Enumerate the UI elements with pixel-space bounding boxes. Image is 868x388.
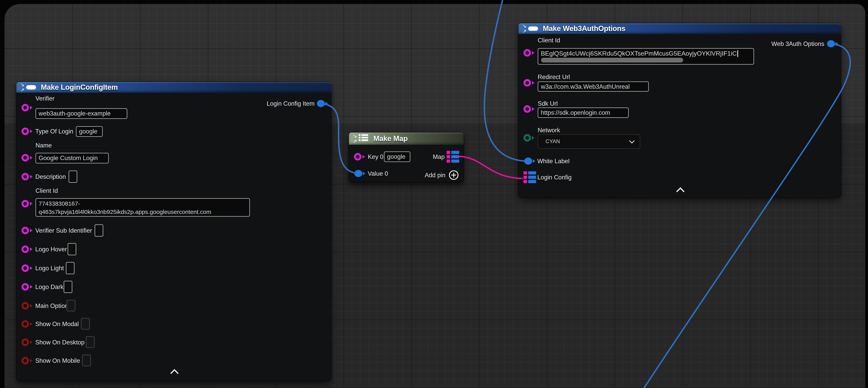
verifier-sub-identifier-pin[interactable] [22,227,33,234]
output-pin-label: Login Config Item [267,100,315,107]
white-label-label: White Label [537,158,569,165]
logo-hover-label: Logo Hover [35,246,67,253]
logo-hover-field[interactable] [68,243,76,255]
type-of-login-field[interactable]: google [76,126,103,137]
node-title: Make Web3AuthOptions [543,25,625,33]
client-id-label: Client Id [538,37,560,44]
logo-light-label: Logo Light [35,265,64,272]
show-on-mobile-checkbox[interactable] [82,355,91,366]
field-horizontal-scrollbar[interactable] [541,58,683,62]
logo-hover-pin[interactable] [22,245,33,253]
value0-pin[interactable] [354,170,366,177]
map-output-label: Map [433,153,445,160]
client-id-field[interactable]: 774338308167-q463s7kpvja16l4l0kko3nb925i… [35,198,250,217]
network-value: CYAN [546,139,560,145]
login-config-item-output-pin[interactable] [317,99,328,108]
make-struct-icon: ↘↗ [522,24,539,33]
verifier-sub-identifier-field[interactable] [95,225,103,237]
key0-pin[interactable] [354,153,365,161]
node-title: Make Map [373,135,408,143]
network-label: Network [538,127,560,134]
make-map-icon: ↘↗ [353,134,370,143]
type-of-login-pin[interactable] [22,127,33,135]
network-pin[interactable] [524,134,535,142]
sdk-url-pin[interactable] [524,105,535,113]
main-option-checkbox[interactable] [66,300,75,311]
output-pin-label: Web 3Auth Options [771,40,824,48]
node-make-map[interactable]: ↘↗ Make Map Key 0 google Map Value 0 Add… [349,132,464,182]
show-on-modal-label: Show On Modal [35,321,79,328]
value0-label: Value 0 [368,170,388,177]
main-option-pin[interactable] [22,302,33,310]
show-on-desktop-pin[interactable] [22,338,33,346]
node-title: Make LoginConfigItem [41,83,118,91]
logo-light-field[interactable] [66,262,74,274]
type-of-login-label: Type Of Login [35,128,73,135]
client-id-label: Client Id [35,187,58,195]
logo-dark-pin[interactable] [22,283,33,291]
collapse-chevron-icon[interactable] [676,187,684,196]
show-on-desktop-label: Show On Desktop [35,339,85,346]
show-on-mobile-pin[interactable] [22,357,33,364]
collapse-chevron-icon[interactable] [170,369,179,377]
name-label: Name [35,142,52,149]
node-make-web3auth-options[interactable]: ↘↗ Make Web3AuthOptions Web 3Auth Option… [518,23,841,197]
redirect-url-pin[interactable] [524,79,535,87]
show-on-mobile-label: Show On Mobile [35,357,80,364]
key0-field[interactable]: google [384,151,410,162]
add-pin-icon[interactable] [449,170,459,180]
verifier-sub-identifier-label: Verifier Sub Identifier [35,227,92,234]
node-header[interactable]: ↘↗ Make Web3AuthOptions [518,23,841,34]
node-header[interactable]: ↘↗ Make LoginConfigItem [17,82,331,93]
show-on-modal-checkbox[interactable] [81,318,90,330]
login-config-label: Login Config [537,174,571,181]
sdk-url-label: Sdk Url [538,100,558,107]
text-cursor [737,50,738,57]
main-option-label: Main Option [35,302,68,309]
node-header[interactable]: ↘↗ Make Map [349,132,464,145]
client-id-pin[interactable] [524,49,535,57]
network-dropdown[interactable]: CYAN [538,134,640,149]
logo-dark-field[interactable] [64,281,72,293]
chevron-down-icon [629,138,634,143]
logo-light-pin[interactable] [22,264,33,272]
verifier-pin[interactable] [22,104,33,112]
description-label: Description [35,173,66,180]
sdk-url-field[interactable]: https://sdk.openlogin.com [538,108,629,118]
make-struct-icon: ↘↗ [20,83,37,92]
verifier-field[interactable]: web3auth-google-example [35,108,127,119]
show-on-desktop-checkbox[interactable] [86,336,95,348]
logo-dark-label: Logo Dark [35,283,63,291]
verifier-label: Verifier [35,95,54,102]
login-config-pin[interactable] [524,171,536,183]
key0-label: Key 0 [368,153,383,160]
client-id-field[interactable]: BEglQSgt4cUWcj6SKRdu5QkOXTsePmMcusG5EAoy… [538,48,754,65]
redirect-url-field[interactable]: w3a://com.w3a.Web3AuthUnreal [538,82,649,92]
add-pin-label: Add pin [425,172,445,179]
white-label-pin[interactable] [524,157,536,165]
description-pin[interactable] [22,173,33,181]
web3auth-options-output-pin[interactable] [827,40,838,48]
name-field[interactable]: Google Custom Login [35,153,109,163]
show-on-modal-pin[interactable] [22,320,33,328]
client-id-pin[interactable] [22,200,33,208]
redirect-url-label: Redirect Url [538,73,570,81]
map-output-pin[interactable] [446,151,459,163]
name-pin[interactable] [22,154,33,162]
description-field[interactable] [69,171,77,183]
node-make-login-config-item[interactable]: ↘↗ Make LoginConfigItem Login Config Ite… [17,82,331,381]
